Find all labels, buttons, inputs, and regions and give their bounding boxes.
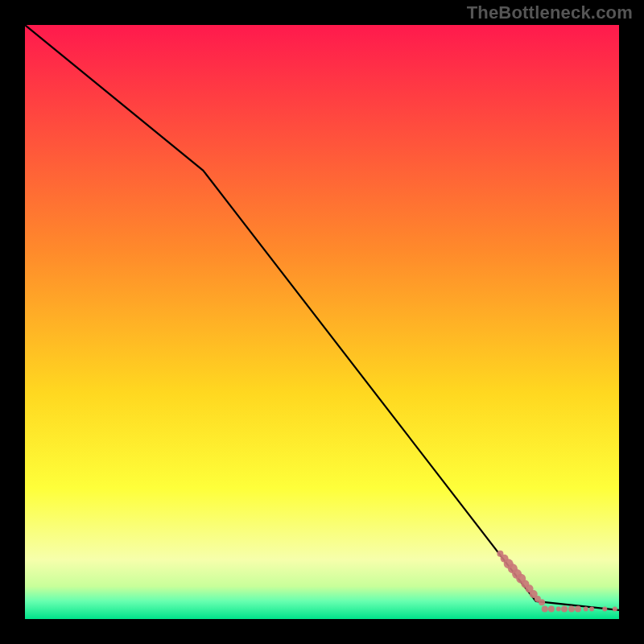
- scatter-dot: [556, 606, 561, 611]
- scatter-dot: [584, 606, 588, 611]
- scatter-dot: [568, 605, 575, 612]
- scatter-dot: [589, 606, 594, 611]
- scatter-dot: [548, 605, 555, 612]
- scatter-dot: [561, 605, 568, 612]
- gradient-background: [25, 25, 619, 619]
- scatter-dot: [542, 605, 548, 612]
- chart-frame: TheBottleneck.com: [0, 0, 644, 644]
- watermark-text: TheBottleneck.com: [467, 2, 633, 23]
- scatter-dot: [575, 605, 581, 612]
- scatter-dot: [613, 606, 617, 611]
- chart-svg: [25, 25, 619, 619]
- scatter-dot: [602, 606, 607, 611]
- scatter-dot: [539, 599, 545, 605]
- plot-area: [25, 25, 619, 619]
